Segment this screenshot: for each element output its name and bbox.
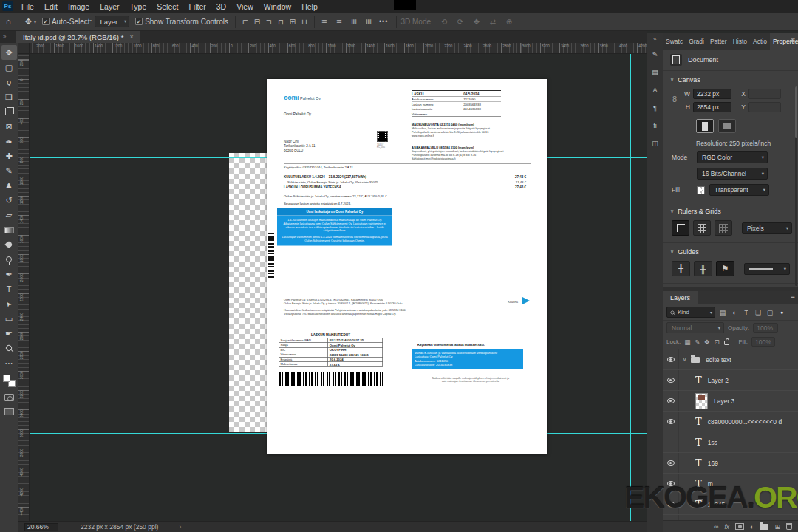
orbit-3d-icon[interactable]: ⟲: [438, 18, 450, 26]
canvas-height-field[interactable]: 2854 px: [693, 102, 732, 112]
screen-mode-button[interactable]: [4, 408, 14, 415]
layer-visibility-toggle[interactable]: [663, 453, 679, 473]
menu-item[interactable]: Help: [296, 0, 323, 13]
move-tool[interactable]: ✥: [1, 45, 17, 60]
glyphs-panel-icon[interactable]: fi: [653, 122, 657, 129]
crop-tool[interactable]: [1, 104, 17, 119]
brush-settings-panel-icon[interactable]: ✎: [652, 51, 658, 58]
eyedropper-tool[interactable]: ✒: [1, 134, 17, 149]
guides-toggle-icon[interactable]: ╂: [672, 261, 690, 276]
distribute-horizontal-icon[interactable]: ≣: [349, 16, 358, 27]
clone-source-panel-icon[interactable]: ▤: [652, 69, 658, 76]
lock-position-icon[interactable]: ✥: [704, 338, 709, 346]
menu-item[interactable]: Type: [124, 0, 151, 13]
panel-tab[interactable]: Patter: [707, 33, 730, 50]
layer-visibility-toggle[interactable]: [663, 432, 679, 452]
menu-item[interactable]: Layer: [95, 0, 124, 13]
rulers-grids-section-header[interactable]: ∨ Rulers & Grids: [663, 202, 798, 217]
adjustment-layer-icon[interactable]: ◐: [750, 523, 754, 531]
lasso-tool[interactable]: ƍ: [1, 75, 17, 89]
fill-swatch[interactable]: [697, 186, 705, 194]
align-horizontal-centers-icon[interactable]: ⊟: [251, 18, 263, 26]
healing-brush-tool[interactable]: ✚: [1, 149, 17, 163]
layer-visibility-toggle[interactable]: [663, 391, 679, 411]
ruler-units-dropdown[interactable]: Pixels▾: [742, 222, 792, 234]
new-group-icon[interactable]: [760, 524, 768, 530]
panel-tab[interactable]: Gradi: [686, 33, 707, 50]
show-transform-checkbox[interactable]: ✓Show Transform Controls: [135, 18, 228, 26]
panel-tab[interactable]: Actio: [750, 33, 770, 50]
fill-dropdown[interactable]: Transparent▾: [709, 184, 769, 196]
zoom-level-field[interactable]: 20.66%: [24, 523, 58, 531]
auto-select-target-dropdown[interactable]: Layer▾: [95, 16, 129, 27]
slide-3d-icon[interactable]: ⇄: [487, 18, 499, 26]
lock-artboard-icon[interactable]: ⊡: [714, 338, 719, 346]
libraries-panel-icon[interactable]: ◫: [652, 140, 658, 147]
filter-pixel-layers-icon[interactable]: ▤: [717, 307, 728, 318]
color-mode-dropdown[interactable]: RGB Color▾: [697, 151, 768, 163]
gradient-tool[interactable]: [1, 222, 17, 237]
filter-shape-layers-icon[interactable]: ❏: [753, 307, 763, 318]
layer-row[interactable]: ∨ T Layer 3: [663, 391, 798, 412]
canvas-x-field[interactable]: [748, 89, 781, 99]
lock-transparent-pixels-icon[interactable]: ▦: [684, 338, 690, 346]
rectangle-tool[interactable]: ▭: [1, 311, 17, 326]
menu-item[interactable]: View: [231, 0, 259, 13]
guides-clear-icon[interactable]: ⚑: [716, 261, 734, 276]
eraser-tool[interactable]: ▱: [1, 208, 17, 222]
blend-mode-dropdown[interactable]: Normal▾: [666, 322, 724, 333]
guide-vertical[interactable]: [35, 54, 35, 521]
document-tab[interactable]: Italy id.psd @ 20.7% (RGB/16) * ×: [16, 31, 140, 43]
menu-item[interactable]: Select: [151, 0, 183, 13]
tab-overflow-icon[interactable]: »: [3, 33, 6, 40]
guides-lock-icon[interactable]: ╫: [694, 261, 712, 276]
align-left-edges-icon[interactable]: ⊏: [239, 18, 251, 26]
guide-vertical[interactable]: [239, 54, 239, 521]
frame-tool[interactable]: ⊠: [1, 119, 17, 134]
lock-all-icon[interactable]: [724, 338, 729, 345]
panel-tab[interactable]: Swatc: [663, 33, 686, 50]
group-caret-icon[interactable]: ∨: [683, 357, 686, 363]
guide-style-dropdown[interactable]: ▾: [744, 263, 790, 275]
character-panel-icon[interactable]: A: [652, 86, 657, 94]
brush-tool[interactable]: ✎: [1, 163, 17, 178]
layer-row[interactable]: ∨ T edite text: [663, 349, 798, 370]
auto-select-checkbox[interactable]: ✓Auto-Select:: [42, 18, 92, 26]
panel-menu-icon[interactable]: ≡: [791, 293, 795, 301]
guides-section-header[interactable]: ∨ Guides: [663, 243, 798, 258]
filter-toggle-icon[interactable]: ●: [777, 307, 787, 318]
panel-menu-icon[interactable]: ≡: [791, 36, 795, 44]
roll-3d-icon[interactable]: ⟳: [454, 18, 466, 26]
move-tool-options-icon[interactable]: ✥: [25, 17, 32, 27]
marquee-tool[interactable]: ▢: [1, 60, 17, 75]
more-options-icon[interactable]: •••: [379, 18, 388, 25]
guide-vertical[interactable]: [630, 54, 631, 521]
link-dimensions-icon[interactable]: 8: [672, 95, 677, 103]
object-selection-tool[interactable]: ❏: [1, 89, 17, 104]
filter-smart-objects-icon[interactable]: ▢: [765, 307, 775, 318]
hand-tool[interactable]: ☛: [1, 326, 17, 341]
landscape-orientation-button[interactable]: [718, 119, 736, 133]
home-icon[interactable]: ⌂: [6, 17, 11, 26]
menu-item[interactable]: Image: [63, 0, 95, 13]
menu-item[interactable]: 3D: [211, 0, 231, 13]
horizontal-ruler[interactable]: 2000180016001400120010008006004002000200…: [30, 43, 647, 54]
layer-mask-icon[interactable]: [735, 523, 744, 530]
history-brush-tool[interactable]: ↺: [1, 193, 17, 208]
color-swatches[interactable]: [3, 375, 16, 387]
close-icon[interactable]: ×: [129, 33, 133, 41]
canvas-y-field[interactable]: [748, 102, 781, 112]
clone-stamp-tool[interactable]: ♟: [1, 178, 17, 193]
type-tool[interactable]: T: [1, 282, 17, 296]
pen-tool[interactable]: ✒: [1, 267, 17, 282]
layer-visibility-toggle[interactable]: [663, 412, 679, 432]
panel-scrollbar[interactable]: [795, 86, 797, 286]
layers-tab[interactable]: Layers: [663, 291, 698, 304]
align-bottom-edges-icon[interactable]: ⊔: [299, 18, 310, 26]
layer-effects-icon[interactable]: fx: [724, 523, 729, 531]
menu-item[interactable]: File: [16, 0, 39, 13]
toggle-rulers-button[interactable]: [672, 220, 689, 236]
distribute-horizontal-centers-icon[interactable]: ≣: [364, 16, 372, 27]
filter-adjustment-layers-icon[interactable]: ◐: [729, 307, 740, 318]
paragraph-panel-icon[interactable]: ¶: [653, 104, 657, 112]
